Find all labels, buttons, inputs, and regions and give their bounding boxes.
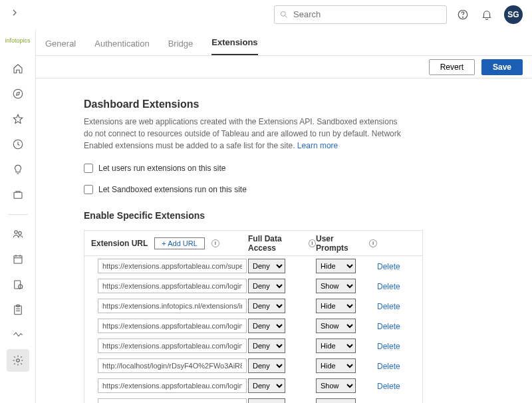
svg-marker-5 bbox=[16, 92, 19, 96]
delete-link[interactable]: Delete bbox=[377, 322, 400, 331]
user-prompts-select[interactable]: HideShow bbox=[316, 279, 356, 293]
table-row: DenyAllowHideShowDelete bbox=[84, 256, 422, 276]
tab-extensions[interactable]: Extensions bbox=[211, 37, 257, 55]
user-prompts-select[interactable]: HideShow bbox=[316, 398, 356, 403]
let-sandboxed-run-label: Let Sandboxed extensions run on this sit… bbox=[98, 185, 247, 194]
table-row: DenyAllowHideShowDelete bbox=[84, 376, 422, 396]
svg-line-1 bbox=[285, 15, 287, 17]
extensions-table: Extension URL + Add URL i Full Data Acce… bbox=[84, 230, 423, 403]
data-access-select[interactable]: DenyAllow bbox=[248, 378, 285, 393]
data-access-select[interactable]: DenyAllow bbox=[248, 358, 285, 373]
table-row: DenyAllowHideShowDelete bbox=[84, 276, 422, 296]
extension-url-input[interactable] bbox=[98, 398, 247, 403]
chevron-right-icon[interactable] bbox=[9, 7, 23, 21]
data-access-select[interactable]: DenyAllow bbox=[248, 319, 285, 333]
data-access-select[interactable]: DenyAllow bbox=[248, 398, 285, 403]
enable-specific-title: Enable Specific Extensions bbox=[84, 210, 492, 221]
delete-link[interactable]: Delete bbox=[377, 302, 400, 311]
header-url: Extension URL bbox=[91, 239, 148, 248]
info-icon[interactable]: i bbox=[369, 239, 377, 247]
add-url-button[interactable]: + Add URL bbox=[154, 237, 205, 249]
table-body: DenyAllowHideShowDeleteDenyAllowHideShow… bbox=[84, 256, 422, 403]
avatar[interactable]: SG bbox=[504, 5, 523, 24]
user-prompts-select[interactable]: HideShow bbox=[316, 299, 356, 313]
search-input[interactable] bbox=[274, 5, 447, 24]
user-prompts-select[interactable]: HideShow bbox=[316, 358, 356, 373]
extension-url-input[interactable] bbox=[98, 319, 247, 333]
topbar: SG bbox=[0, 0, 532, 29]
tabs: General Authentication Bridge Extensions bbox=[36, 29, 532, 56]
bell-icon[interactable] bbox=[480, 8, 493, 21]
extension-url-input[interactable] bbox=[98, 378, 247, 393]
svg-point-0 bbox=[281, 11, 285, 16]
data-access-select[interactable]: DenyAllow bbox=[248, 259, 285, 273]
tab-general[interactable]: General bbox=[45, 39, 76, 55]
let-sandboxed-run-input[interactable] bbox=[84, 185, 93, 194]
svg-marker-6 bbox=[13, 114, 23, 123]
header-data-access: Full Data Access bbox=[248, 234, 306, 253]
data-access-select[interactable]: DenyAllow bbox=[248, 299, 285, 313]
sidebar-separator bbox=[8, 214, 28, 215]
action-row: Revert Save bbox=[36, 56, 532, 78]
page-title: Dashboard Extensions bbox=[84, 98, 492, 110]
nav-recents[interactable] bbox=[7, 133, 29, 156]
tab-authentication[interactable]: Authentication bbox=[94, 39, 149, 55]
nav-status[interactable] bbox=[7, 324, 29, 346]
info-icon[interactable]: i bbox=[309, 239, 316, 247]
user-prompts-select[interactable]: HideShow bbox=[316, 338, 356, 353]
nav-tasks[interactable] bbox=[7, 299, 29, 321]
learn-more-link[interactable]: Learn more bbox=[295, 141, 338, 150]
info-icon[interactable]: i bbox=[211, 239, 219, 247]
let-users-run-label: Let users run extensions on this site bbox=[98, 164, 225, 173]
let-users-run-input[interactable] bbox=[84, 164, 93, 173]
table-row: DenyAllowHideShowDelete bbox=[84, 316, 422, 336]
user-prompts-select[interactable]: HideShow bbox=[316, 319, 356, 333]
table-row: DenyAllowHideShowDelete bbox=[84, 356, 422, 376]
data-access-select[interactable]: DenyAllow bbox=[248, 338, 285, 353]
content: Dashboard Extensions Extensions are web … bbox=[36, 78, 532, 403]
delete-link[interactable]: Delete bbox=[377, 262, 400, 271]
page-description: Extensions are web applications created … bbox=[84, 116, 403, 152]
revert-button[interactable]: Revert bbox=[429, 59, 475, 75]
help-icon[interactable] bbox=[456, 8, 469, 21]
svg-rect-9 bbox=[14, 192, 22, 198]
nav-jobs[interactable] bbox=[7, 273, 29, 296]
nav-collections[interactable] bbox=[7, 184, 29, 206]
sidebar: infotopics bbox=[0, 29, 36, 403]
search-icon bbox=[279, 10, 289, 19]
brand-logo: infotopics bbox=[5, 33, 30, 48]
nav-schedules[interactable] bbox=[7, 248, 29, 271]
extension-url-input[interactable] bbox=[98, 338, 247, 353]
extension-url-input[interactable] bbox=[98, 279, 247, 293]
extension-url-input[interactable] bbox=[98, 358, 247, 373]
data-access-select[interactable]: DenyAllow bbox=[248, 279, 285, 293]
nav-recommendations[interactable] bbox=[7, 158, 29, 181]
let-sandboxed-run-checkbox[interactable]: Let Sandboxed extensions run on this sit… bbox=[84, 185, 492, 194]
tab-bridge[interactable]: Bridge bbox=[168, 39, 194, 55]
svg-point-22 bbox=[16, 359, 19, 362]
header-user-prompts: User Prompts bbox=[316, 234, 366, 253]
delete-link[interactable]: Delete bbox=[377, 382, 400, 391]
nav-settings[interactable] bbox=[7, 349, 29, 372]
svg-point-4 bbox=[13, 89, 23, 98]
search-wrap bbox=[274, 5, 447, 24]
table-row: DenyAllowHideShowDelete bbox=[84, 396, 422, 403]
extension-url-input[interactable] bbox=[98, 299, 247, 313]
table-header: Extension URL + Add URL i Full Data Acce… bbox=[84, 231, 422, 256]
svg-point-3 bbox=[463, 17, 464, 17]
nav-users[interactable] bbox=[7, 223, 29, 245]
save-button[interactable]: Save bbox=[481, 59, 523, 75]
user-prompts-select[interactable]: HideShow bbox=[316, 378, 356, 393]
table-row: DenyAllowHideShowDelete bbox=[84, 296, 422, 316]
delete-link[interactable]: Delete bbox=[377, 342, 400, 351]
delete-link[interactable]: Delete bbox=[377, 362, 400, 371]
svg-point-11 bbox=[18, 231, 21, 235]
extension-url-input[interactable] bbox=[98, 259, 247, 273]
delete-link[interactable]: Delete bbox=[377, 282, 400, 291]
nav-home[interactable] bbox=[7, 57, 29, 80]
let-users-run-checkbox[interactable]: Let users run extensions on this site bbox=[84, 164, 492, 173]
svg-rect-12 bbox=[14, 256, 22, 263]
nav-favorites[interactable] bbox=[7, 108, 29, 130]
user-prompts-select[interactable]: HideShow bbox=[316, 259, 356, 273]
nav-explore[interactable] bbox=[7, 82, 29, 105]
